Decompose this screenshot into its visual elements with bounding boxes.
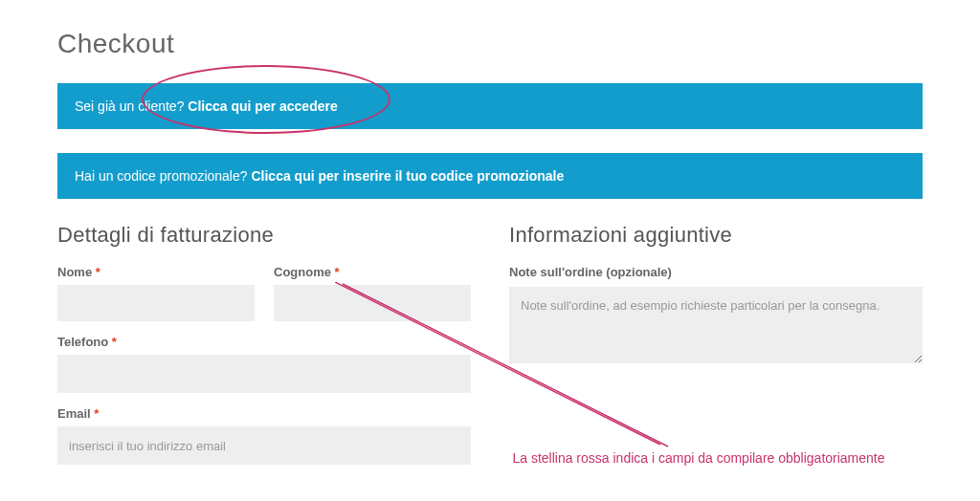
- additional-title: Informazioni aggiuntive: [509, 223, 923, 248]
- login-banner-text: Sei già un cliente?: [75, 98, 184, 114]
- page-title: Checkout: [57, 29, 923, 59]
- billing-column: Dettagli di fatturazione Nome * Cognome …: [57, 223, 471, 478]
- phone-field[interactable]: [57, 355, 471, 393]
- lastname-label: Cognome *: [274, 265, 471, 279]
- login-banner: Sei già un cliente? Clicca qui per acced…: [57, 83, 923, 129]
- firstname-field[interactable]: [57, 285, 255, 321]
- firstname-label: Nome *: [57, 265, 255, 279]
- email-field[interactable]: [57, 426, 471, 465]
- lastname-field[interactable]: [274, 285, 471, 321]
- additional-column: Informazioni aggiuntive Note sull'ordine…: [509, 223, 923, 478]
- login-link[interactable]: Clicca qui per accedere: [188, 98, 337, 114]
- coupon-banner-text: Hai un codice promozionale?: [75, 168, 248, 184]
- order-notes-label: Note sull'ordine (opzionale): [509, 265, 923, 279]
- coupon-link[interactable]: Clicca qui per inserire il tuo codice pr…: [251, 168, 564, 184]
- order-notes-field[interactable]: [509, 287, 923, 363]
- coupon-banner: Hai un codice promozionale? Clicca qui p…: [57, 153, 923, 199]
- billing-title: Dettagli di fatturazione: [57, 223, 471, 248]
- email-label: Email *: [57, 406, 471, 421]
- phone-label: Telefono *: [57, 335, 471, 349]
